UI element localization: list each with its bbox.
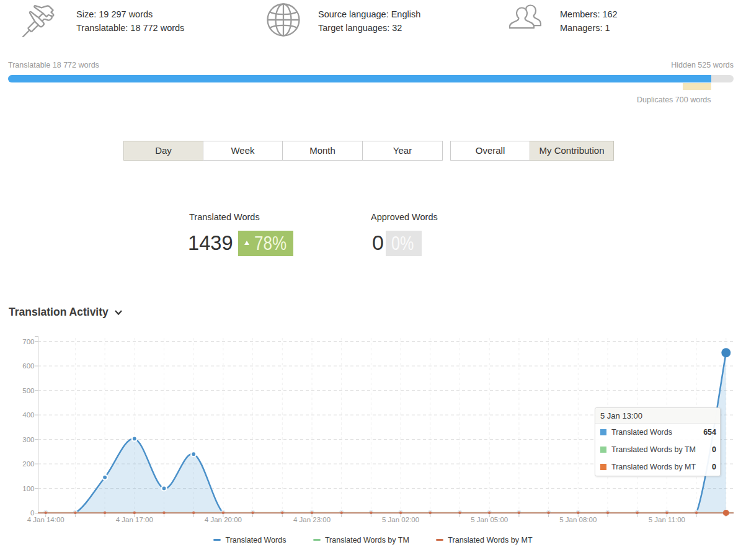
svg-text:4 Jan 23:00: 4 Jan 23:00 [293,516,331,523]
svg-text:5 Jan 02:00: 5 Jan 02:00 [382,516,419,523]
svg-text:4 Jan 20:00: 4 Jan 20:00 [205,516,242,523]
svg-text:4 Jan 17:00: 4 Jan 17:00 [116,516,153,523]
svg-text:5 Jan 11:00: 5 Jan 11:00 [649,516,685,523]
svg-text:700: 700 [22,338,34,345]
svg-text:600: 600 [22,362,34,370]
svg-text:100: 100 [22,485,34,492]
svg-text:5 Jan 05:00: 5 Jan 05:00 [471,516,508,523]
svg-text:200: 200 [22,460,34,468]
svg-text:300: 300 [22,436,34,443]
svg-text:400: 400 [22,411,34,419]
svg-text:500: 500 [22,387,34,394]
svg-text:5 Jan 08:00: 5 Jan 08:00 [559,516,597,523]
svg-text:4 Jan 14:00: 4 Jan 14:00 [27,516,64,523]
